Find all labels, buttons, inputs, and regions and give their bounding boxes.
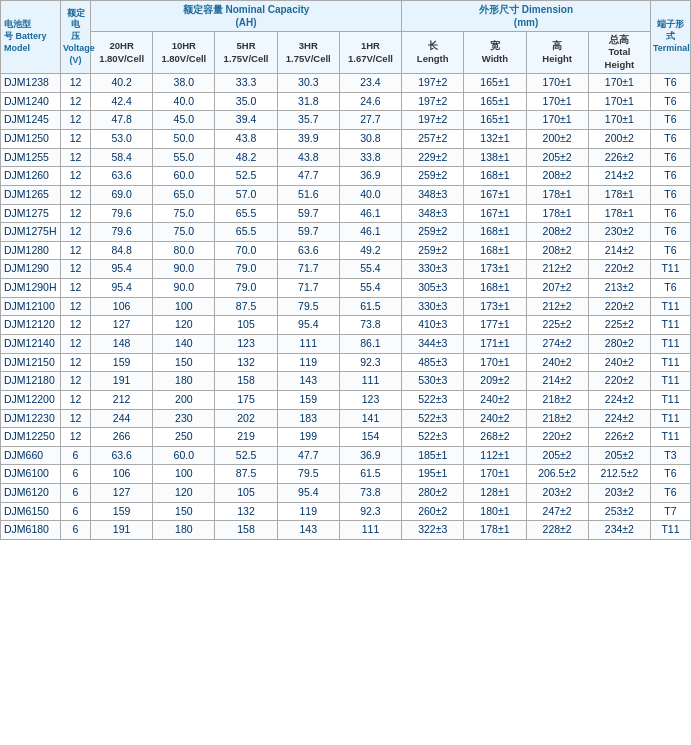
cell-3hr: 59.7	[277, 204, 339, 223]
cell-voltage: 12	[61, 92, 91, 111]
cell-height: 207±2	[526, 279, 588, 298]
table-body: DJM12381240.238.033.330.323.4197±2165±11…	[1, 74, 691, 540]
cell-length: 522±3	[402, 390, 464, 409]
cell-10hr: 140	[153, 335, 215, 354]
cell-5hr: 202	[215, 409, 277, 428]
cell-width: 168±1	[464, 167, 526, 186]
cell-1hr: 30.8	[339, 129, 401, 148]
cell-terminal: T11	[651, 428, 691, 447]
cell-voltage: 6	[61, 446, 91, 465]
cell-total: 200±2	[588, 129, 650, 148]
cell-height: 203±2	[526, 484, 588, 503]
cell-length: 348±3	[402, 185, 464, 204]
cell-total: 205±2	[588, 446, 650, 465]
cell-model: DJM12200	[1, 390, 61, 409]
cell-terminal: T6	[651, 148, 691, 167]
cell-height: 212±2	[526, 260, 588, 279]
col-header-voltage: 额定电压Voltage(V)	[61, 1, 91, 74]
table-row: DJM12501253.050.043.839.930.8257±2132±12…	[1, 129, 691, 148]
cell-3hr: 30.3	[277, 74, 339, 93]
table-row: DJM61806191180158143111322±3178±1228±223…	[1, 521, 691, 540]
cell-5hr: 43.8	[215, 129, 277, 148]
cell-1hr: 36.9	[339, 167, 401, 186]
cell-5hr: 132	[215, 353, 277, 372]
cell-total: 220±2	[588, 297, 650, 316]
cell-terminal: T7	[651, 502, 691, 521]
col-header-terminal: 端子形式Terminal	[651, 1, 691, 74]
table-row: DJM1220012212200175159123522±3240±2218±2…	[1, 390, 691, 409]
cell-terminal: T6	[651, 484, 691, 503]
cell-5hr: 52.5	[215, 446, 277, 465]
cell-1hr: 123	[339, 390, 401, 409]
cell-model: DJM1240	[1, 92, 61, 111]
cell-length: 197±2	[402, 92, 464, 111]
table-row: DJM12381240.238.033.330.323.4197±2165±11…	[1, 74, 691, 93]
cell-voltage: 6	[61, 484, 91, 503]
cell-1hr: 92.3	[339, 502, 401, 521]
cell-5hr: 39.4	[215, 111, 277, 130]
cell-model: DJM1255	[1, 148, 61, 167]
cell-terminal: T11	[651, 372, 691, 391]
table-row: DJM121201212712010595.473.8410±3177±1225…	[1, 316, 691, 335]
cell-20hr: 159	[91, 353, 153, 372]
cell-height: 247±2	[526, 502, 588, 521]
cell-total: 170±1	[588, 111, 650, 130]
table-row: DJM660663.660.052.547.736.9185±1112±1205…	[1, 446, 691, 465]
cell-3hr: 119	[277, 353, 339, 372]
table-row: DJM12451247.845.039.435.727.7197±2165±11…	[1, 111, 691, 130]
cell-model: DJM12140	[1, 335, 61, 354]
cell-5hr: 87.5	[215, 297, 277, 316]
cell-total: 280±2	[588, 335, 650, 354]
cell-width: 165±1	[464, 111, 526, 130]
cell-total: 214±2	[588, 241, 650, 260]
cell-height: 170±1	[526, 92, 588, 111]
cell-voltage: 12	[61, 148, 91, 167]
cell-20hr: 63.6	[91, 446, 153, 465]
cell-1hr: 24.6	[339, 92, 401, 111]
cell-length: 185±1	[402, 446, 464, 465]
cell-20hr: 47.8	[91, 111, 153, 130]
cell-voltage: 12	[61, 129, 91, 148]
cell-1hr: 36.9	[339, 446, 401, 465]
col-header-height: 高Height	[526, 32, 588, 74]
cell-terminal: T6	[651, 111, 691, 130]
cell-length: 259±2	[402, 167, 464, 186]
cell-10hr: 150	[153, 502, 215, 521]
table-row: DJM12401242.440.035.031.824.6197±2165±11…	[1, 92, 691, 111]
cell-width: 178±1	[464, 521, 526, 540]
cell-height: 170±1	[526, 74, 588, 93]
cell-total: 214±2	[588, 167, 650, 186]
cell-width: 168±1	[464, 241, 526, 260]
cell-10hr: 75.0	[153, 204, 215, 223]
cell-10hr: 120	[153, 484, 215, 503]
cell-model: DJM1245	[1, 111, 61, 130]
table-row: DJM1290H1295.490.079.071.755.4305±3168±1…	[1, 279, 691, 298]
table-row: DJM12651269.065.057.051.640.0348±3167±11…	[1, 185, 691, 204]
cell-20hr: 69.0	[91, 185, 153, 204]
cell-1hr: 73.8	[339, 484, 401, 503]
cell-total: 225±2	[588, 316, 650, 335]
cell-3hr: 79.5	[277, 297, 339, 316]
cell-1hr: 23.4	[339, 74, 401, 93]
cell-length: 259±2	[402, 223, 464, 242]
cell-length: 344±3	[402, 335, 464, 354]
table-row: DJM12751279.675.065.559.746.1348±3167±11…	[1, 204, 691, 223]
cell-voltage: 12	[61, 316, 91, 335]
cell-3hr: 143	[277, 521, 339, 540]
cell-3hr: 47.7	[277, 167, 339, 186]
cell-terminal: T6	[651, 167, 691, 186]
cell-height: 208±2	[526, 167, 588, 186]
cell-3hr: 199	[277, 428, 339, 447]
cell-voltage: 12	[61, 204, 91, 223]
cell-1hr: 49.2	[339, 241, 401, 260]
cell-model: DJM12250	[1, 428, 61, 447]
col-header-model: 电池型号 BatteryModel	[1, 1, 61, 74]
cell-length: 259±2	[402, 241, 464, 260]
table-row: DJM12901295.490.079.071.755.4330±3173±12…	[1, 260, 691, 279]
cell-length: 195±1	[402, 465, 464, 484]
cell-terminal: T6	[651, 279, 691, 298]
cell-20hr: 191	[91, 521, 153, 540]
cell-width: 168±1	[464, 279, 526, 298]
cell-10hr: 90.0	[153, 260, 215, 279]
cell-width: 170±1	[464, 465, 526, 484]
